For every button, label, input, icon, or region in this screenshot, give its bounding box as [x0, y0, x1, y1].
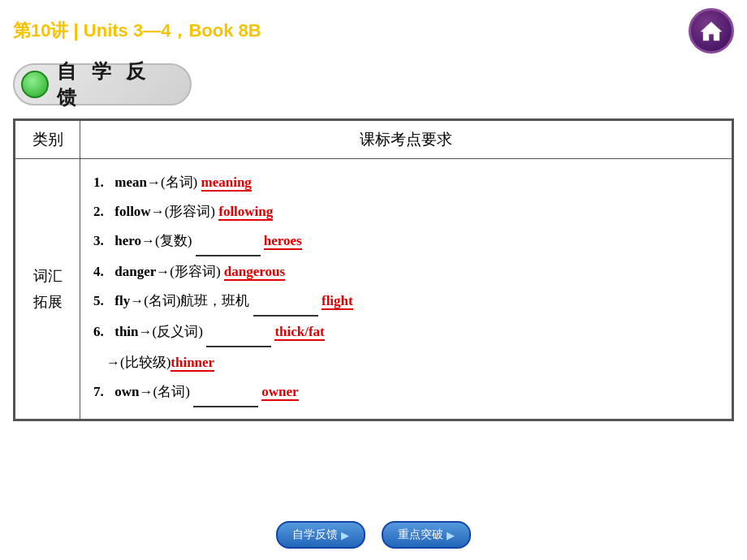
item-2: 2. follow→(形容词) following	[93, 198, 719, 226]
svg-marker-0	[701, 22, 722, 41]
self-study-button[interactable]: 自学反馈 ▶	[276, 521, 365, 549]
vocabulary-table: 类别 课标考点要求 词汇拓展 1. mean→(名词) meaning 2.	[15, 120, 732, 420]
col1-header: 类别	[15, 121, 80, 159]
home-icon	[699, 19, 723, 43]
category-text: 词汇拓展	[33, 268, 63, 310]
item-5: 5. fly→(名词)航班，班机 flight	[93, 287, 719, 317]
answer-owner: owner	[261, 384, 298, 401]
key-points-arrow: ▶	[447, 529, 455, 541]
self-study-label: 自学反馈	[292, 528, 338, 542]
self-study-arrow: ▶	[341, 529, 349, 541]
content-cell: 1. mean→(名词) meaning 2. follow→(形容词) fol…	[80, 159, 732, 420]
header: 第10讲 | Units 3—4，Book 8B	[0, 0, 747, 58]
banner-text: 自 学 反 馈	[57, 58, 177, 110]
table-row: 词汇拓展 1. mean→(名词) meaning 2. follow→(形容词…	[15, 159, 732, 420]
table-header-row: 类别 课标考点要求	[15, 121, 732, 159]
bottom-navigation: 自学反馈 ▶ 重点突破 ▶	[276, 521, 471, 549]
answer-thinner: thinner	[171, 355, 214, 372]
item-6: 6. thin→(反义词) thick/fat	[93, 318, 719, 347]
item-4: 4. danger→(形容词) dangerous	[93, 258, 719, 286]
green-indicator	[21, 71, 49, 98]
item-1: 1. mean→(名词) meaning	[93, 169, 719, 196]
col2-header: 课标考点要求	[80, 121, 732, 159]
item-7: 7. own→(名词) owner	[93, 378, 719, 407]
key-points-label: 重点突破	[398, 528, 443, 542]
answer-flight: flight	[322, 293, 353, 310]
answer-following: following	[218, 204, 273, 221]
item-6b: →(比较级)thinner	[93, 349, 719, 377]
answer-meaning: meaning	[201, 174, 252, 192]
key-points-button[interactable]: 重点突破 ▶	[382, 521, 471, 549]
main-table-container: 类别 课标考点要求 词汇拓展 1. mean→(名词) meaning 2.	[13, 118, 734, 421]
section-banner: 自 学 反 馈	[13, 63, 192, 106]
answer-heroes: heroes	[264, 233, 302, 250]
answer-dangerous: dangerous	[224, 264, 285, 281]
page-title: 第10讲 | Units 3—4，Book 8B	[13, 19, 261, 43]
category-cell: 词汇拓展	[15, 159, 80, 420]
item-3: 3. hero→(复数) heroes	[93, 227, 719, 256]
answer-thick-fat: thick/fat	[274, 324, 324, 341]
home-button[interactable]	[689, 8, 734, 54]
